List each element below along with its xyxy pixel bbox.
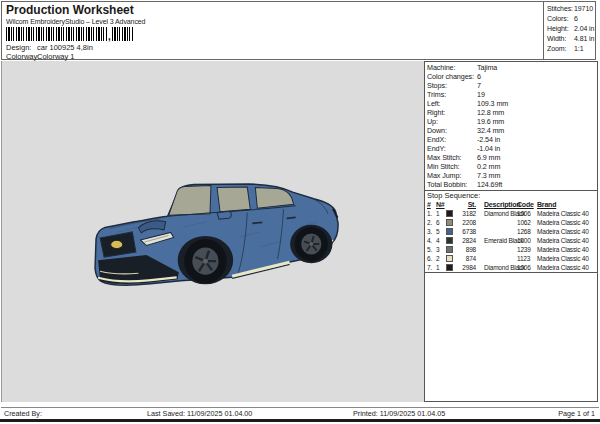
row-code: 1006 — [516, 263, 537, 272]
machine-info-panel: Machine:Tajima Color changes:6 Stops:7 T… — [424, 61, 598, 402]
front-wheel — [178, 236, 233, 284]
thread-color-swatch — [446, 209, 456, 218]
row-needle: 3 — [436, 245, 446, 254]
summary-row: Height:2.04 in — [547, 25, 600, 35]
row-stitches: 874 — [456, 254, 478, 263]
summary-row: Zoom:1:1 — [547, 45, 600, 55]
row-brand: Madeira Classic 40 — [537, 227, 597, 236]
colorway-row: Colorway:Colorway 1 — [6, 52, 75, 61]
stop-sequence-title: Stop Sequence: — [425, 191, 597, 200]
row-stitches: 898 — [456, 245, 478, 254]
footer-rule — [1, 407, 599, 408]
row-seq: 5. — [427, 245, 436, 254]
row-brand: Madeira Classic 40 — [537, 254, 597, 263]
row-stitches: 3182 — [456, 209, 478, 218]
machine-info-row: Stops:7 — [427, 81, 597, 90]
row-code: 1268 — [516, 227, 537, 236]
machine-info-label: Total Bobbin: — [427, 180, 477, 189]
row-needle: 1 — [436, 209, 446, 218]
row-needle: 6 — [436, 218, 446, 227]
design-value: car 100925 4,8in — [37, 43, 93, 52]
colorway-label: Colorway: — [6, 52, 37, 61]
machine-info-row: EndX:-2.54 in — [427, 135, 597, 144]
stop-sequence-header-row: # N# St. Description Code Brand — [425, 200, 597, 209]
summary-label: Height: — [547, 25, 574, 32]
summary-value: 2.04 in — [574, 25, 594, 32]
page-bottom-bar — [0, 419, 600, 422]
row-seq: 4. — [427, 236, 436, 245]
row-needle: 5 — [436, 227, 446, 236]
row-code: 1123 — [516, 254, 537, 263]
summary-label: Zoom: — [547, 45, 574, 52]
row-code: 1239 — [516, 245, 537, 254]
side-mirror — [217, 211, 231, 219]
machine-info-value: 6 — [477, 72, 597, 81]
summary-row: Width:4.81 in — [547, 35, 600, 45]
summary-value: 19710 — [574, 5, 593, 12]
rear-wheel — [290, 225, 332, 263]
machine-info-row: Total Bobbin:124.69ft — [427, 180, 597, 189]
footer-last-saved: Last Saved: 11/09/2025 01.04.00 — [147, 409, 252, 418]
machine-info-value: 32.4 mm — [477, 126, 597, 135]
machine-info-value: 6.9 mm — [477, 153, 597, 162]
summary-row: Stitches:19710 — [547, 5, 600, 15]
row-needle: 4 — [436, 236, 446, 245]
row-description — [478, 218, 516, 227]
machine-info-label: Max Jump: — [427, 171, 477, 180]
machine-info-row: Left:109.3 mm — [427, 99, 597, 108]
col-seq: # — [427, 200, 436, 209]
machine-info-value: 109.3 mm — [477, 99, 597, 108]
page-title: Production Worksheet — [6, 3, 134, 17]
machine-info-label: Right: — [427, 108, 477, 117]
summary-label: Colors: — [547, 15, 574, 22]
machine-info-row: Down:32.4 mm — [427, 126, 597, 135]
col-code: Code — [516, 200, 537, 209]
windshield — [169, 186, 211, 216]
machine-info-label: Machine: — [427, 63, 477, 72]
machine-info-value: 0.2 mm — [477, 162, 597, 171]
design-label: Design: — [6, 43, 37, 52]
row-brand: Madeira Classic 40 — [537, 236, 597, 245]
stop-sequence-row: 4. 4 2824 Emerald Black 1000 Madeira Cla… — [425, 236, 597, 245]
footer-created-by: Created By: — [4, 409, 42, 418]
machine-info-row: Max Stitch:6.9 mm — [427, 153, 597, 162]
machine-info-value: 7.3 mm — [477, 171, 597, 180]
row-code: 1000 — [516, 236, 537, 245]
stop-sequence-row: 5. 3 898 1239 Madeira Classic 40 — [425, 245, 597, 254]
machine-info-value: 19.6 mm — [477, 117, 597, 126]
row-brand: Madeira Classic 40 — [537, 245, 597, 254]
row-code: 1006 — [516, 209, 537, 218]
machine-info-value: 7 — [477, 81, 597, 90]
machine-info-value: 124.69ft — [477, 180, 597, 189]
software-subtitle: Wilcom EmbroideryStudio – Level 3 Advanc… — [6, 18, 145, 25]
worksheet-header: Production Worksheet Wilcom EmbroiderySt… — [1, 1, 596, 60]
thread-color-swatch — [446, 263, 456, 272]
colorway-value: Colorway 1 — [37, 52, 75, 61]
col-needle: N# — [436, 200, 446, 209]
car-embroidery-design — [88, 181, 340, 303]
machine-info-label: Down: — [427, 126, 477, 135]
col-stitches: St. — [456, 200, 478, 209]
machine-info-value: 12.8 mm — [477, 108, 597, 117]
barcode-bars-right — [112, 27, 133, 41]
row-stitches: 6738 — [456, 227, 478, 236]
machine-info-row: Machine:Tajima — [427, 63, 597, 72]
machine-info-label: Min Stitch: — [427, 162, 477, 171]
row-description: Diamond Black — [478, 263, 516, 272]
row-seq: 1. — [427, 209, 436, 218]
machine-info-label: EndY: — [427, 144, 477, 153]
machine-info-row: EndY:-1.04 in — [427, 144, 597, 153]
row-description: Emerald Black — [478, 236, 516, 245]
thread-color-swatch — [446, 236, 456, 245]
thread-color-swatch — [446, 245, 456, 254]
summary-label: Width: — [547, 35, 574, 42]
row-seq: 3. — [427, 227, 436, 236]
footer-printed: Printed: 11/09/2025 01.04.05 — [353, 409, 445, 418]
machine-info-row: Right:12.8 mm — [427, 108, 597, 117]
machine-info-table: Machine:Tajima Color changes:6 Stops:7 T… — [425, 62, 597, 189]
summary-row: Colors:6 — [547, 15, 600, 25]
summary-label: Stitches: — [547, 5, 574, 12]
machine-info-value: -1.04 in — [477, 144, 597, 153]
machine-info-label: Stops: — [427, 81, 477, 90]
row-code: 1062 — [516, 218, 537, 227]
